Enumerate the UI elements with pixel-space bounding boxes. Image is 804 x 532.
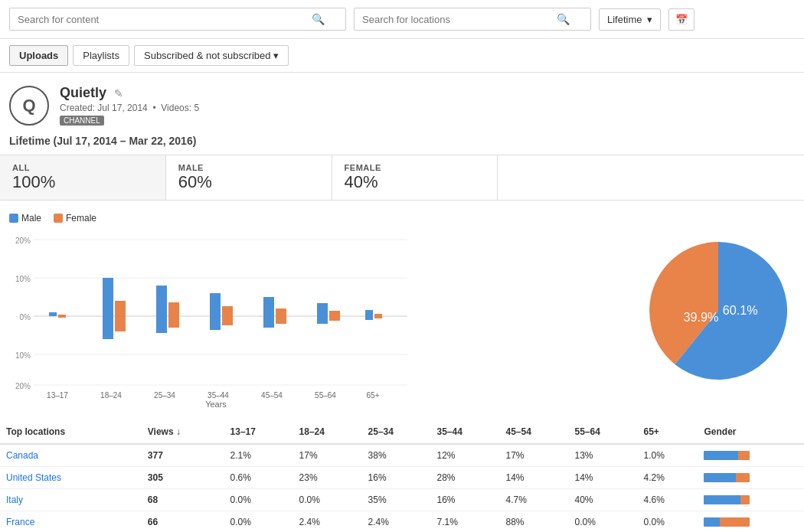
cell-location[interactable]: France (0, 511, 142, 533)
x-label-65: 65+ (367, 391, 380, 400)
bar-chart-container: Male Female 20% 10% 0% 10% 20% (9, 213, 626, 408)
cell-gender (698, 489, 804, 511)
cell-65: 4.6% (637, 489, 698, 511)
legend-female: Female (54, 213, 96, 224)
bar-1317-female-pos (58, 315, 66, 316)
gender-mini-female (740, 495, 750, 504)
lifetime-label: Lifetime (607, 14, 642, 25)
legend-female-label: Female (66, 213, 96, 224)
cell-5564: 40% (568, 489, 637, 511)
bar-2534-female-pos (168, 302, 179, 316)
y-label-0: 0% (20, 313, 31, 321)
subscribed-dropdown[interactable]: Subscribed & not subscribed ▾ (134, 45, 289, 66)
stat-male-value: 60% (178, 172, 319, 192)
gender-mini-bar (704, 517, 750, 527)
pie-male-label: 60.1% (723, 302, 758, 316)
th-gender: Gender (698, 420, 804, 444)
x-axis-years-label: Years (205, 400, 227, 409)
table-row: Italy 68 0.0% 0.0% 35% 16% 4.7% 40% 4.6% (0, 489, 804, 511)
location-link[interactable]: Canada (6, 450, 38, 461)
gender-mini-male (704, 473, 736, 482)
table-row: France 66 0.0% 2.4% 2.4% 7.1% 88% 0.0% 0… (0, 511, 804, 533)
th-1317: 13–17 (224, 420, 293, 444)
cell-4554: 14% (500, 467, 569, 489)
cell-2534: 2.4% (362, 511, 431, 533)
stat-empty (498, 155, 804, 200)
bar-3544-male-neg (210, 316, 221, 330)
lifetime-dropdown[interactable]: Lifetime ▾ (599, 8, 661, 31)
th-1824: 18–24 (293, 420, 362, 444)
cell-1317: 2.1% (224, 444, 293, 467)
cell-location[interactable]: United States (0, 467, 142, 489)
tab-uploads[interactable]: Uploads (9, 45, 68, 66)
calendar-button[interactable]: 📅 (668, 8, 695, 31)
bar-chart-svg: 20% 10% 0% 10% 20% 13–17 18– (9, 230, 415, 406)
th-views[interactable]: Views ↓ (142, 420, 224, 444)
location-search-icon[interactable]: 🔍 (557, 13, 570, 25)
bar-1824-male-pos (103, 278, 113, 316)
x-label-4554: 45–54 (261, 391, 283, 400)
gender-mini-male (704, 451, 738, 460)
th-5564: 55–64 (568, 420, 637, 444)
bar-4554-female-pos (276, 308, 286, 316)
stat-all: ALL 100% (0, 155, 166, 200)
bar-5564-male-pos (317, 303, 328, 316)
x-label-1824: 18–24 (100, 391, 122, 400)
subscribed-chevron-icon: ▾ (273, 50, 279, 61)
gender-mini-bar (704, 495, 750, 504)
legend-male-label: Male (21, 213, 41, 224)
cell-views: 68 (142, 489, 224, 511)
stat-male-label: MALE (178, 163, 319, 172)
cell-3544: 7.1% (431, 511, 500, 533)
location-link[interactable]: United States (6, 472, 61, 483)
cell-location[interactable]: Canada (0, 444, 142, 467)
content-search-icon[interactable]: 🔍 (312, 13, 325, 25)
gender-mini-bar (704, 473, 750, 482)
bar-1824-male-neg (103, 316, 113, 339)
cell-1824: 2.4% (293, 511, 362, 533)
data-table: Top locations Views ↓ 13–17 18–24 25–34 … (0, 420, 804, 532)
pie-chart-svg: 39.9% 60.1% (649, 242, 787, 380)
cell-65: 1.0% (637, 444, 698, 467)
location-search-box[interactable]: 🔍 (354, 8, 591, 31)
chart-area: Male Female 20% 10% 0% 10% 20% (0, 201, 804, 408)
location-link[interactable]: Italy (6, 494, 23, 505)
channel-avatar: Q (9, 86, 49, 126)
cell-gender (698, 444, 804, 467)
channel-meta: Created: Jul 17, 2014 • Videos: 5 (60, 103, 199, 113)
location-search-input[interactable] (362, 14, 554, 25)
stat-female-label: FEMALE (345, 163, 485, 172)
cell-views: 377 (142, 444, 224, 467)
y-label-20top: 20% (15, 237, 31, 245)
x-label-1317: 13–17 (47, 391, 68, 400)
cell-5564: 13% (568, 444, 637, 467)
content-search-input[interactable] (18, 14, 309, 25)
content-search-box[interactable]: 🔍 (9, 8, 346, 31)
y-label-10bot: 10% (15, 351, 31, 360)
cell-5564: 14% (568, 467, 637, 489)
cell-location[interactable]: Italy (0, 489, 142, 511)
date-range: Lifetime (Jul 17, 2014 – Mar 22, 2016) (0, 132, 804, 155)
cell-2534: 38% (362, 444, 431, 467)
cell-gender (698, 511, 804, 533)
chart-legend: Male Female (9, 213, 626, 224)
table-row: United States 305 0.6% 23% 16% 28% 14% 1… (0, 467, 804, 489)
table-header-row: Top locations Views ↓ 13–17 18–24 25–34 … (0, 420, 804, 444)
bar-4554-male-pos (263, 297, 274, 316)
y-label-10top: 10% (15, 275, 31, 283)
x-label-2534: 25–34 (154, 391, 175, 400)
cell-3544: 16% (431, 489, 500, 511)
bar-1317-female-neg (58, 316, 66, 318)
pie-female-label: 39.9% (684, 309, 719, 323)
tab-playlists[interactable]: Playlists (73, 45, 129, 66)
bar-65-female-pos (374, 314, 382, 316)
bar-65-female-neg (374, 316, 382, 318)
th-location: Top locations (0, 420, 142, 444)
cell-views: 305 (142, 467, 224, 489)
cell-views: 66 (142, 511, 224, 533)
location-link[interactable]: France (6, 517, 34, 527)
th-65: 65+ (637, 420, 698, 444)
tab-row: Uploads Playlists Subscribed & not subsc… (0, 39, 804, 73)
edit-icon[interactable]: ✎ (114, 87, 123, 100)
channel-name: Quietly (60, 85, 106, 101)
